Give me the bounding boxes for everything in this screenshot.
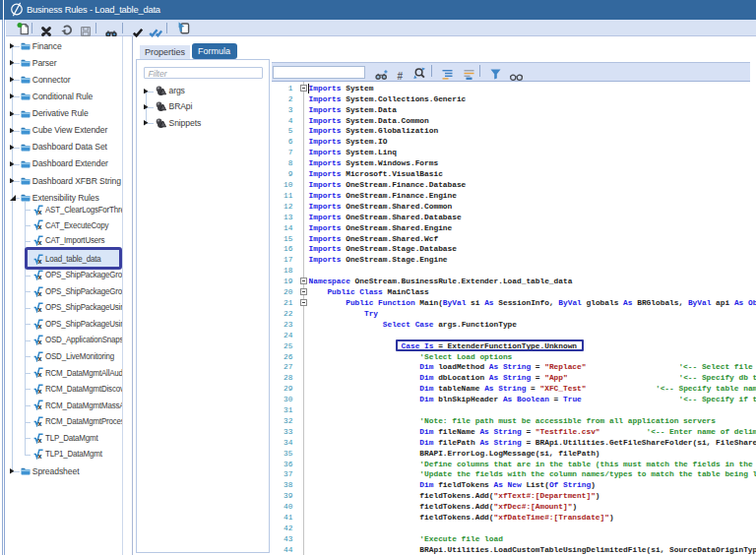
svg-text:x: x [37, 387, 41, 394]
svg-text:x: x [37, 239, 41, 246]
svg-text:x: x [37, 420, 41, 427]
svg-text:x: x [37, 306, 41, 313]
svg-text:x: x [37, 403, 41, 410]
svg-text:x: x [37, 208, 41, 215]
svg-text:x: x [37, 274, 41, 280]
svg-text:x: x [37, 354, 41, 361]
svg-text:x: x [37, 322, 41, 329]
svg-text:x: x [37, 257, 41, 264]
svg-text:x: x [37, 289, 41, 296]
svg-text:x: x [37, 436, 41, 443]
svg-text:x: x [37, 223, 41, 230]
svg-text:x: x [37, 453, 41, 460]
svg-text:x: x [37, 371, 41, 378]
svg-text:x: x [37, 339, 41, 345]
